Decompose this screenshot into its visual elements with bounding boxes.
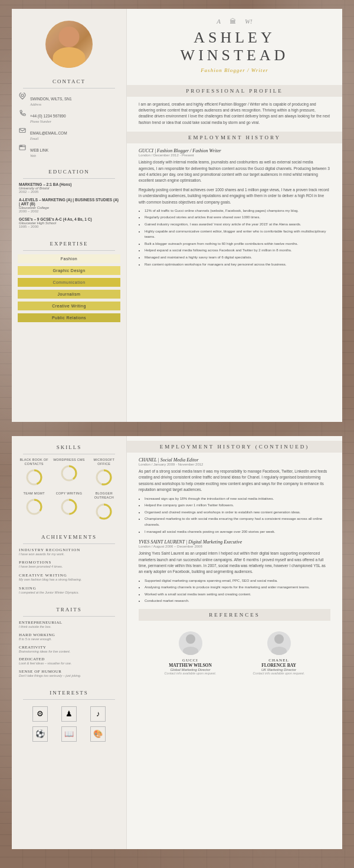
job-chanel-bullets: Increased sign ups by 18% through the in… [139, 496, 330, 535]
trait-1: ENTREPRENEURIAL I think outside the box. [19, 620, 119, 630]
email-text: EMAIL@EMAIL.COM [30, 131, 67, 135]
skill-team-name: TEAM MGMT [24, 492, 45, 496]
bullet-7: Managed and maintained a highly savvy te… [145, 255, 330, 261]
trait-1-title: ENTREPRENEURIAL [19, 620, 119, 625]
profile-body: I am an organised, creative and highly e… [127, 101, 342, 126]
main-content-page1: A 🏛 W! ASHLEY WINSTEAD Fashion Blogger /… [127, 9, 342, 422]
travel-icon: ⚙ [32, 706, 48, 722]
job-ysl-desc: Joining Yves Saint Laurent as an unpaid … [139, 551, 330, 575]
trait-4-title: DEDICATED [19, 657, 119, 661]
page-2: SKILLS BLACK BOOK OF CONTACTS [12, 436, 342, 849]
edu-year-1: 2002 – 2005 [19, 190, 119, 194]
ysl-bullet-2: Analysing marketing channels to produce … [145, 585, 330, 591]
skills-grid-top: BLACK BOOK OF CONTACTS WORDPRESS CMS [18, 458, 120, 487]
contact-divider [23, 88, 114, 89]
interest-art: 🎨 [86, 726, 110, 742]
chanel-bullet-1: Increased sign ups by 18% through the in… [145, 496, 330, 502]
phone-text: +44 (0) 1234 567890 [30, 114, 66, 118]
expertise-fashion: Fashion [18, 254, 120, 263]
profile-text: I am an organised, creative and highly e… [139, 101, 330, 126]
job-chanel-title: CHANEL | Social Media Editor [139, 457, 330, 463]
chanel-bullet-5: I managed all social media channels post… [145, 529, 330, 535]
edu-item-2: A-LEVELS – MARKETING (A) | BUSINESS STUD… [19, 198, 119, 213]
expertise-divider [23, 250, 114, 251]
edu-degree-3: GCSE's – 9 GCSE's A-C (4 As, 4 Bs, 1 C) [19, 217, 119, 221]
avatar [45, 21, 93, 68]
edu-item-1: MARKETING – 2:1 BA (Hons) University of … [19, 182, 119, 194]
edu-year-3: 1995 – 2000 [19, 225, 119, 228]
contact-web: WEB LINK Web [19, 143, 119, 158]
job-gucci-location: London / December 2012 - Present [139, 153, 330, 157]
trait-4-desc: Look & feel ideas – visualise for use. [19, 661, 119, 666]
skill-blogger-circle [94, 502, 113, 521]
skill-blogger-name: BLOGGER OUTREACH [88, 492, 120, 500]
sidebar-page2: SKILLS BLACK BOOK OF CONTACTS [12, 436, 127, 849]
achievement-1-title: INDUSTRY RECOGNITION [19, 548, 119, 552]
trait-3-title: CREATIVITY [19, 645, 119, 650]
achievement-2-title: PROMOTIONS [19, 560, 119, 565]
achievement-1: INDUSTRY RECOGNITION I have won awards f… [19, 548, 119, 557]
job-gucci-title: GUCCI | Fashion Blogger / Fashion Writer [139, 148, 330, 153]
ref-chanel-avatar [267, 631, 291, 655]
web-label: Web [30, 154, 48, 158]
ref-chanel-company: CHANEL [239, 658, 319, 663]
skills-title: SKILLS [12, 441, 126, 453]
references-grid: GUCCI MATTHEW WILSON Global Marketing Di… [139, 625, 330, 681]
ref-chanel-contact: Contact info available upon request. [239, 672, 319, 675]
trait-3-desc: Brainstorming ideas for live content. [19, 650, 119, 654]
ysl-bullet-1: Supported digital marketing campaigns sp… [145, 578, 330, 584]
svg-point-0 [21, 94, 24, 97]
skills-divider [23, 454, 114, 454]
bullet-1: 12% of all traffic to Gucci online chann… [145, 208, 330, 214]
ysl-bullet-4: Conducted market research. [145, 598, 330, 604]
resume-wrapper: CONTACT SWINDON, WILTS, SN1 Address [12, 9, 342, 849]
emp-continued-body: CHANEL | Social Media Editor London / Ja… [127, 457, 342, 681]
phone-label: Phone Number [30, 120, 66, 123]
skill-blogger: BLOGGER OUTREACH [88, 492, 120, 520]
header-section: A 🏛 W! ASHLEY WINSTEAD Fashion Blogger /… [127, 9, 342, 85]
bullet-5: Built a blogger outreach program from no… [145, 241, 330, 247]
employment-section-title: EMPLOYMENT HISTORY [127, 132, 342, 143]
expertise-pr: Public Relations [18, 313, 120, 322]
job-gucci-desc1: Liaising closely with internal media tea… [139, 159, 330, 184]
avatar-section [12, 9, 126, 75]
job-gucci-desc2: Regularly posting content that achieves … [139, 187, 330, 205]
achievements-section: ACHIEVEMENTS INDUSTRY RECOGNITION I have… [12, 530, 126, 604]
education-items: MARKETING – 2:1 BA (Hons) University of … [12, 182, 126, 237]
job-gucci-bullets: 12% of all traffic to Gucci online chann… [139, 208, 330, 267]
achievement-2: PROMOTIONS I have been promoted 4 times. [19, 560, 119, 569]
art-icon: 🎨 [90, 726, 106, 742]
email-label: Email [30, 137, 67, 140]
ysl-bullet-3: Worked with a small social media team se… [145, 592, 330, 598]
trait-5-desc: Don't take things too seriously – just j… [19, 674, 119, 679]
job-title: Fashion Blogger / Writer [142, 67, 327, 73]
interests-grid: ⚙ ♟ ♪ ⚽ 📖 [19, 703, 119, 745]
references-title: REFERENCES [139, 609, 330, 621]
skill-wordpress: WORDPRESS CMS [53, 458, 85, 487]
skill-wordpress-name: WORDPRESS CMS [53, 458, 85, 462]
skill-copy: COPY WRITING [53, 492, 85, 520]
profile-section-title: PROFESSIONAL PROFILE [127, 85, 342, 97]
achievement-4-title: SKIING [19, 586, 119, 591]
bullet-2: Regularly produced stories and articles … [145, 215, 330, 221]
bullet-4: Highly capable and communicative content… [145, 229, 330, 240]
education-divider [23, 178, 114, 179]
phone-icon [19, 110, 26, 117]
ref-chanel: CHANEL FLORENCE BAY UK Marketing Directo… [239, 631, 319, 675]
interest-music: ♪ [86, 706, 110, 722]
skill-wordpress-circle [60, 464, 78, 483]
address-text: SWINDON, WILTS, SN1 [30, 97, 72, 101]
job-ysl-bullets: Supported digital marketing campaigns sp… [139, 578, 330, 604]
last-name: WINSTEAD [142, 47, 327, 64]
bullet-6: Helped expand a social media following a… [145, 248, 330, 254]
expertise-items: Fashion Graphic Design Communication Jou… [12, 254, 126, 330]
job-ysl-location: London / August 2006 – December 2008 [139, 545, 330, 548]
emp-continued-header: EMPLOYMENT HISTORY (CONTINUED) [127, 436, 342, 453]
svg-point-4 [21, 146, 21, 146]
sidebar-page1: CONTACT SWINDON, WILTS, SN1 Address [12, 9, 127, 422]
skills-items: BLACK BOOK OF CONTACTS WORDPRESS CMS [12, 458, 126, 530]
job-ysl-header: YVES SAINT LAURENT | Digital Marketing E… [139, 539, 330, 548]
contact-phone: +44 (0) 1234 567890 Phone Number [19, 109, 119, 123]
sport-icon: ⚽ [32, 726, 48, 742]
job-chanel-header: CHANEL | Social Media Editor London / Ja… [139, 457, 330, 466]
